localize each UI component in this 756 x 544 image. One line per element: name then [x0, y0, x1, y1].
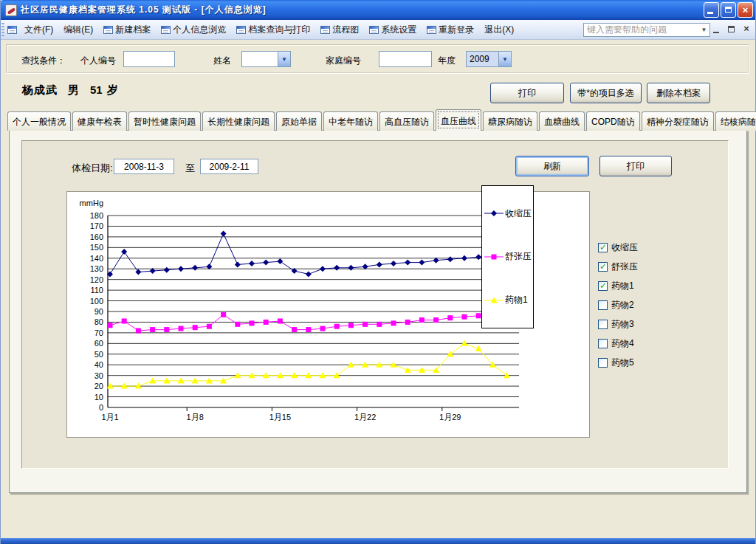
svg-text:1月1: 1月1	[101, 413, 118, 421]
tab-7[interactable]: 血压曲线	[436, 109, 481, 131]
series-checkbox-label: 药物3	[611, 318, 634, 331]
family-id-input[interactable]	[379, 51, 432, 67]
blood-pressure-curve-panel: 体检日期: 至 刷新 打印 01020304050607080901001101…	[21, 140, 729, 469]
mdi-close-icon: ×	[741, 23, 752, 34]
search-criteria-label: 查找条件：	[21, 55, 66, 67]
legend-label: 舒张压	[505, 250, 532, 263]
tab-0[interactable]: 个人一般情况	[7, 111, 71, 131]
tab-3[interactable]: 长期性健康问题	[202, 111, 275, 131]
square-marker-icon	[484, 253, 504, 261]
menu-item-8[interactable]: 退出(X)	[479, 21, 519, 39]
menu-item-0[interactable]: 文件(F)	[19, 21, 58, 39]
series-checkbox-row-4[interactable]: 药物3	[598, 318, 634, 330]
date-from-input[interactable]	[114, 159, 174, 174]
close-button[interactable]: ×	[738, 2, 753, 18]
minimize-button[interactable]	[704, 2, 719, 18]
checkbox-unchecked-icon[interactable]	[598, 339, 608, 348]
legend-item-2: 药物1	[484, 294, 533, 306]
series-checkbox-row-3[interactable]: 药物2	[598, 299, 634, 311]
date-to-input[interactable]	[200, 159, 258, 174]
help-search-combo[interactable]: 键入需要帮助的问题 ▼	[583, 23, 710, 37]
patient-age-unit: 岁	[107, 83, 118, 97]
menu-item-4[interactable]: 档案查询与打印	[231, 21, 315, 39]
tab-9[interactable]: 血糖曲线	[539, 111, 585, 131]
diamond-marker-icon	[484, 210, 504, 217]
patient-gender: 男	[68, 83, 80, 97]
person-id-input[interactable]	[123, 51, 175, 67]
triangle-marker-icon	[484, 297, 504, 304]
to-label: 至	[185, 162, 195, 175]
mdi-close-button[interactable]: ×	[741, 24, 752, 35]
series-checkbox-row-1[interactable]: ✓舒张压	[598, 261, 638, 272]
menu-item-6[interactable]: 系统设置	[364, 21, 422, 39]
toolbar-grip	[1, 23, 4, 37]
series-checkbox-row-6[interactable]: 药物5	[598, 357, 634, 368]
checkbox-unchecked-icon[interactable]	[598, 320, 608, 329]
series-checkbox-row-5[interactable]: 药物4	[598, 337, 634, 349]
chevron-down-icon[interactable]: ▼	[698, 24, 709, 36]
print-button[interactable]: 打印	[490, 83, 564, 103]
series-checkbox-label: 药物5	[611, 357, 634, 369]
mdi-restore-button[interactable]	[726, 24, 737, 35]
restore-button[interactable]	[721, 2, 736, 18]
svg-text:1月29: 1月29	[439, 413, 461, 421]
check-icon: ✓	[599, 280, 607, 291]
svg-text:160: 160	[90, 233, 103, 241]
mdi-child-icon	[7, 26, 17, 34]
multi-select-button[interactable]: 带*的项目多选	[570, 83, 642, 103]
checkbox-checked-icon[interactable]: ✓	[598, 281, 608, 291]
checkbox-checked-icon[interactable]: ✓	[598, 262, 608, 272]
chart-print-button[interactable]: 打印	[599, 156, 672, 176]
patient-age: 51	[90, 83, 103, 97]
chevron-down-icon[interactable]: ▼	[278, 52, 290, 66]
form-icon	[236, 26, 246, 34]
tab-4[interactable]: 原始单据	[276, 111, 322, 131]
exam-date-label: 体检日期:	[72, 162, 113, 175]
patient-name: 杨成武	[22, 83, 58, 97]
name-combobox[interactable]: ▼	[241, 51, 291, 67]
checkbox-unchecked-icon[interactable]	[598, 300, 608, 310]
menu-item-2[interactable]: 新建档案	[98, 21, 156, 39]
delete-record-button[interactable]: 删除本档案	[647, 83, 710, 103]
svg-text:110: 110	[90, 286, 103, 295]
series-checkbox-label: 药物4	[611, 337, 634, 350]
mdi-restore-icon	[728, 26, 735, 32]
series-checkbox-row-0[interactable]: ✓收缩压	[598, 241, 638, 253]
svg-text:40: 40	[94, 360, 103, 369]
menu-item-7[interactable]: 重新登录	[422, 21, 479, 39]
tab-8[interactable]: 糖尿病随访	[483, 111, 537, 131]
svg-text:120: 120	[90, 275, 103, 284]
svg-text:50: 50	[94, 350, 103, 359]
series-checkbox-label: 舒张压	[611, 261, 638, 273]
tab-2[interactable]: 暂时性健康问题	[128, 111, 201, 131]
tab-6[interactable]: 高血压随访	[379, 111, 434, 131]
menu-item-1[interactable]: 编辑(E)	[58, 21, 98, 39]
menu-items: 文件(F)编辑(E)新建档案个人信息浏览档案查询与打印流程图系统设置重新登录退出…	[19, 21, 519, 39]
series-checkbox-row-2[interactable]: ✓药物1	[598, 280, 634, 292]
menu-item-3[interactable]: 个人信息浏览	[156, 21, 231, 39]
tab-strip: 个人一般情况健康年检表暂时性健康问题长期性健康问题原始单据中老年随访高血压随访血…	[7, 109, 756, 131]
tab-5[interactable]: 中老年随访	[323, 111, 378, 131]
svg-text:1月8: 1月8	[187, 413, 204, 421]
legend-item-0: 收缩压	[484, 207, 533, 220]
chevron-down-icon[interactable]: ▼	[498, 52, 511, 66]
form-icon	[427, 26, 436, 34]
tab-11[interactable]: 精神分裂症随访	[642, 111, 714, 131]
check-icon: ✓	[599, 242, 607, 252]
svg-text:0: 0	[99, 403, 103, 412]
menu-item-5[interactable]: 流程图	[315, 21, 364, 39]
window-bottom-border	[0, 538, 756, 544]
checkbox-checked-icon[interactable]: ✓	[598, 243, 608, 252]
svg-text:1月22: 1月22	[354, 413, 376, 421]
chart-legend: 收缩压舒张压药物1	[481, 185, 534, 328]
legend-item-1: 舒张压	[484, 250, 533, 263]
year-combobox[interactable]: 2009 ▼	[466, 51, 512, 67]
svg-text:140: 140	[90, 254, 103, 263]
tab-10[interactable]: COPD随访	[586, 111, 640, 131]
checkbox-unchecked-icon[interactable]	[598, 358, 608, 368]
tab-12[interactable]: 结核病随访	[715, 111, 756, 131]
tab-1[interactable]: 健康年检表	[72, 111, 127, 131]
tab-page: 体检日期: 至 刷新 打印 01020304050607080901001101…	[9, 130, 747, 493]
mdi-minimize-button[interactable]	[712, 24, 722, 35]
refresh-button[interactable]: 刷新	[515, 156, 589, 176]
